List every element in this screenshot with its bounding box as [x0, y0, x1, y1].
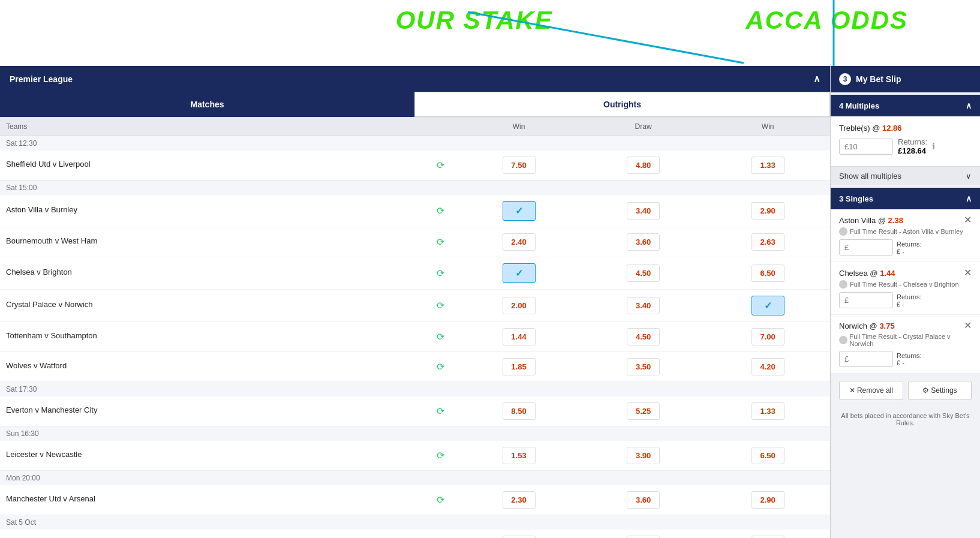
close-single-btn[interactable]: ✕: [964, 321, 972, 330]
refresh-icon[interactable]: ⟳: [437, 300, 444, 311]
league-collapse-icon[interactable]: ∧: [813, 73, 820, 85]
refresh-icon[interactable]: ⟳: [437, 160, 444, 171]
win2-btn[interactable]: 2.90: [751, 491, 784, 509]
singles-collapse-icon[interactable]: ∧: [966, 194, 972, 203]
single-bet-desc-text: Full Time Result - Aston Villa v Burnley: [850, 228, 963, 235]
draw-cell: 4.80: [581, 151, 706, 181]
single-stake-input[interactable]: [839, 292, 893, 308]
refresh-icon[interactable]: ⟳: [437, 405, 444, 417]
treble-stake-row: Returns: £128.64 ℹ: [839, 137, 972, 155]
win2-btn[interactable]: 6.50: [751, 265, 784, 282]
footer-text: All bets placed in accordance with Sky B…: [841, 412, 969, 426]
draw-btn[interactable]: 3.60: [627, 233, 660, 251]
treble-stake-input[interactable]: [839, 139, 893, 155]
win1-btn[interactable]: 2.00: [503, 297, 536, 314]
single-bet-stake-row: Returns: £ -: [839, 351, 972, 367]
refresh-icon[interactable]: ⟳: [437, 205, 444, 217]
team-name: Crystal Palace v Norwich: [6, 300, 93, 309]
table-row: Crystal Palace v Norwich ⟳ 2.00 3.40 ✓: [0, 290, 830, 322]
draw-btn[interactable]: 4.80: [627, 157, 660, 174]
show-all-multiples-btn[interactable]: Show all multiples ∨: [831, 167, 980, 185]
time-row: Sat 15:00: [0, 181, 830, 196]
draw-cell: 3.50: [581, 530, 706, 538]
col-teams: Teams: [0, 118, 456, 136]
single-stake-input[interactable]: [839, 239, 893, 256]
draw-btn[interactable]: 3.40: [627, 297, 660, 314]
win2-btn[interactable]: 1.83: [751, 536, 784, 538]
win1-cell: ✓: [456, 257, 581, 290]
win2-btn[interactable]: 7.00: [751, 328, 784, 345]
draw-btn[interactable]: 3.40: [627, 202, 660, 220]
multiples-collapse-icon[interactable]: ∧: [966, 101, 972, 110]
win1-btn[interactable]: 8.50: [503, 402, 536, 420]
refresh-icon[interactable]: ⟳: [437, 236, 444, 248]
info-icon[interactable]: ℹ: [932, 142, 935, 151]
win1-btn[interactable]: ✓: [503, 201, 536, 221]
single-bet-desc: Full Time Result - Chelsea v Brighton: [839, 280, 972, 288]
table-row: Bournemouth v West Ham ⟳ 2.40 3.60 2.63: [0, 227, 830, 257]
single-stake-input[interactable]: [839, 351, 893, 367]
treble-odds: 12.86: [882, 124, 902, 133]
singles-label: 3 Singles: [839, 194, 873, 203]
team-name: Everton v Manchester City: [6, 405, 97, 414]
win1-cell: 7.50: [456, 151, 581, 181]
refresh-icon[interactable]: ⟳: [437, 494, 444, 506]
time-row: Sun 16:30: [0, 426, 830, 441]
bet-slip-header: 3 My Bet Slip: [831, 66, 980, 92]
remove-all-btn[interactable]: ✕ Remove all: [839, 381, 903, 400]
team-name: Tottenham v Southampton: [6, 331, 97, 340]
win2-btn[interactable]: 4.20: [751, 358, 784, 375]
tab-outrights[interactable]: Outrights: [414, 92, 830, 117]
win1-btn[interactable]: 2.40: [503, 233, 536, 251]
win1-btn[interactable]: 1.85: [503, 358, 536, 375]
win1-btn[interactable]: 4.33: [503, 536, 536, 538]
win2-btn[interactable]: 6.50: [751, 447, 784, 464]
singles-section-header[interactable]: 3 Singles ∧: [831, 188, 980, 209]
win1-cell: ✓: [456, 195, 581, 227]
settings-btn[interactable]: ⚙ Settings: [908, 381, 972, 400]
win1-cell: 4.33: [456, 530, 581, 538]
team-name-cell: Brighton v Tottenham ⟳: [0, 530, 456, 538]
single-bet-item: Chelsea @ 1.44 ✕ Full Time Result - Chel…: [831, 262, 980, 315]
team-name: Manchester Utd v Arsenal: [6, 494, 95, 503]
win2-btn[interactable]: 1.33: [751, 157, 784, 174]
win1-btn[interactable]: 2.30: [503, 491, 536, 509]
close-single-btn[interactable]: ✕: [964, 268, 972, 278]
win2-cell: 2.63: [705, 227, 830, 257]
refresh-icon[interactable]: ⟳: [437, 450, 444, 461]
draw-btn[interactable]: 3.50: [627, 536, 660, 538]
team-name-cell: Tottenham v Southampton ⟳: [0, 322, 456, 352]
close-single-btn[interactable]: ✕: [964, 215, 972, 225]
league-header: Premier League ∧: [0, 66, 830, 92]
win2-btn[interactable]: 1.33: [751, 402, 784, 420]
tab-matches[interactable]: Matches: [0, 92, 414, 117]
treble-returns: Returns: £128.64: [898, 137, 927, 155]
single-bet-header: Chelsea @ 1.44 ✕: [839, 268, 972, 278]
draw-btn[interactable]: 3.60: [627, 491, 660, 509]
draw-btn[interactable]: 4.50: [627, 328, 660, 345]
win2-btn[interactable]: 2.90: [751, 202, 784, 220]
win2-cell: 4.20: [705, 352, 830, 382]
multiples-section-header[interactable]: 4 Multiples ∧: [831, 95, 980, 116]
draw-btn[interactable]: 3.90: [627, 447, 660, 464]
draw-btn[interactable]: 5.25: [627, 402, 660, 420]
win1-btn[interactable]: 1.53: [503, 447, 536, 464]
win1-btn[interactable]: 7.50: [503, 157, 536, 174]
single-bet-item: Norwich @ 3.75 ✕ Full Time Result - Crys…: [831, 315, 980, 374]
table-row: Wolves v Watford ⟳ 1.85 3.50 4.20: [0, 352, 830, 382]
win1-btn[interactable]: 1.44: [503, 328, 536, 345]
team-name: Sheffield Utd v Liverpool: [6, 160, 91, 169]
draw-btn[interactable]: 3.50: [627, 358, 660, 375]
win2-btn[interactable]: 2.63: [751, 233, 784, 251]
draw-btn[interactable]: 4.50: [627, 265, 660, 282]
refresh-icon[interactable]: ⟳: [437, 331, 444, 342]
draw-cell: 4.50: [581, 257, 706, 290]
win1-btn[interactable]: ✓: [503, 263, 536, 283]
single-returns-value: £ -: [897, 300, 922, 308]
show-all-label: Show all multiples: [839, 172, 901, 181]
refresh-icon[interactable]: ⟳: [437, 268, 444, 279]
single-bet-desc-text: Full Time Result - Crystal Palace v Norw…: [850, 333, 972, 347]
single-bet-stake-row: Returns: £ -: [839, 239, 972, 256]
refresh-icon[interactable]: ⟳: [437, 361, 444, 372]
win2-btn[interactable]: ✓: [751, 296, 784, 315]
